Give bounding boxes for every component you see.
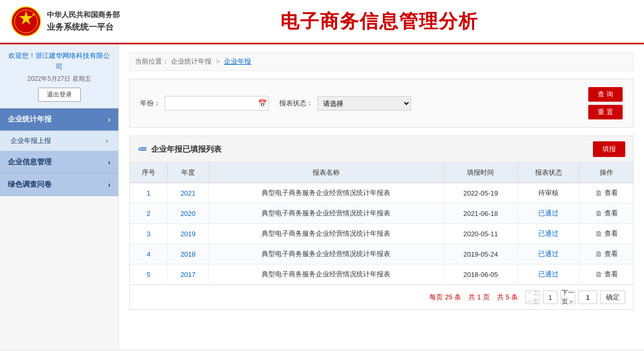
action-text: 查看	[604, 209, 618, 218]
per-page-text: 每页 25 条	[429, 293, 461, 302]
breadcrumb-separator: >	[216, 57, 221, 65]
logout-button[interactable]: 退出登录	[38, 88, 81, 102]
table-row: 1 2021 典型电子商务服务企业经营情况统计年报表 2022-05-19 待审…	[130, 183, 633, 203]
date-input-wrapper: 📅	[165, 96, 269, 111]
table-body: 1 2021 典型电子商务服务企业经营情况统计年报表 2022-05-19 待审…	[130, 183, 633, 285]
table-header: ≔ 企业年报已填报列表 填报	[130, 136, 633, 163]
total-items-text: 共 5 条	[497, 293, 518, 302]
org-line2: 业务系统统一平台	[47, 22, 120, 33]
content-area: 当前位置： 企业统计年报 > 企业年报 年份： 📅 报表状态： 请选择 待审核 …	[119, 44, 644, 349]
table-row: 2 2020 典型电子商务服务企业经营情况统计年报表 2021-06-18 已通…	[130, 203, 633, 224]
view-icon: 🗎	[595, 209, 602, 217]
sidebar-item-label: 企业统计年报	[8, 115, 52, 124]
chevron-right-icon: ›	[108, 180, 110, 189]
next-page-button[interactable]: 下一页＞	[561, 291, 575, 304]
action-text: 查看	[604, 249, 618, 259]
chevron-right-icon: ›	[108, 115, 110, 124]
cell-index: 5	[130, 264, 168, 285]
action-view[interactable]: 🗎 查看	[584, 188, 629, 198]
action-view[interactable]: 🗎 查看	[584, 249, 629, 259]
sidebar-subitem-label: 企业年报上报	[10, 136, 51, 146]
sidebar-item-annual-report[interactable]: 企业统计年报 ›	[0, 108, 118, 131]
calendar-icon[interactable]: 📅	[258, 99, 267, 107]
query-button[interactable]: 查 询	[588, 87, 623, 102]
breadcrumb-parent: 企业统计年报	[171, 57, 212, 65]
action-view[interactable]: 🗎 查看	[584, 270, 629, 279]
cell-action: 🗎 查看	[579, 203, 633, 224]
page-header: 中华人民共和国商务部 业务系统统一平台 电子商务信息管理分析	[0, 0, 644, 44]
sidebar-item-label: 绿色调查问卷	[8, 180, 52, 189]
prev-page-button[interactable]: ＜上一页	[525, 291, 540, 304]
year-input[interactable]	[165, 96, 269, 111]
cell-action: 🗎 查看	[579, 244, 633, 264]
col-index: 序号	[130, 163, 168, 183]
breadcrumb-prefix: 当前位置：	[135, 57, 169, 65]
cell-year: 2021	[168, 183, 208, 203]
org-text: 中华人民共和国商务部 业务系统统一平台	[47, 10, 120, 33]
action-view[interactable]: 🗎 查看	[584, 209, 629, 218]
action-view[interactable]: 🗎 查看	[584, 229, 629, 238]
status-label: 报表状态：	[279, 99, 313, 108]
view-icon: 🗎	[595, 270, 602, 279]
table-title-text: 企业年报已填报列表	[151, 144, 221, 154]
action-text: 查看	[604, 270, 618, 279]
col-date: 填报时间	[443, 163, 518, 183]
table-section: ≔ 企业年报已填报列表 填报 序号 年度 报表名称 填报时间 报表状态 操作	[129, 136, 634, 310]
cell-status: 已通过	[518, 264, 579, 285]
year-field: 年份： 📅	[140, 96, 269, 111]
logo-area: 中华人民共和国商务部 业务系统统一平台	[10, 6, 125, 37]
cell-index: 2	[130, 203, 168, 224]
view-icon: 🗎	[595, 250, 602, 258]
org-line1: 中华人民共和国商务部	[47, 10, 120, 20]
table-title: ≔ 企业年报已填报列表	[138, 143, 221, 155]
pagination: 每页 25 条 共 1 页 共 5 条 ＜上一页 1 下一页＞ 确定	[130, 285, 633, 309]
cell-name: 典型电子商务服务企业经营情况统计年报表	[208, 183, 443, 203]
table-head: 序号 年度 报表名称 填报时间 报表状态 操作	[130, 163, 633, 183]
cell-year: 2017	[168, 264, 208, 285]
date-text: 2022年5月27日 星期五	[5, 75, 113, 83]
reset-button[interactable]: 重 置	[588, 105, 623, 119]
sidebar-item-green-survey[interactable]: 绿色调查问卷 ›	[0, 174, 118, 196]
cell-year: 2018	[168, 244, 208, 264]
col-action: 操作	[579, 163, 633, 183]
col-year: 年度	[168, 163, 208, 183]
chevron-right-icon: ›	[108, 158, 110, 166]
sidebar-welcome: 欢迎您！浙江建华网络科技有限公司 2022年5月27日 星期五 退出登录	[0, 44, 118, 108]
col-status: 报表状态	[518, 163, 579, 183]
cell-year: 2019	[168, 224, 208, 244]
cell-name: 典型电子商务服务企业经营情况统计年报表	[208, 224, 443, 244]
sidebar-subitem-annual-submit[interactable]: 企业年报上报 ›	[0, 131, 118, 151]
view-icon: 🗎	[595, 229, 602, 238]
fill-button[interactable]: 填报	[593, 141, 625, 157]
emblem-icon	[10, 6, 42, 37]
action-text: 查看	[604, 229, 618, 238]
view-icon: 🗎	[595, 189, 602, 197]
cell-action: 🗎 查看	[579, 183, 633, 203]
total-pages-text: 共 1 页	[468, 293, 489, 302]
cell-date: 2021-06-18	[443, 203, 518, 224]
status-field: 报表状态： 请选择 待审核 已通过 未通过	[279, 96, 411, 111]
cell-index: 4	[130, 244, 168, 264]
page-title: 电子商务信息管理分析	[125, 9, 634, 34]
breadcrumb-current[interactable]: 企业年报	[224, 57, 251, 65]
cell-index: 1	[130, 183, 168, 203]
list-icon: ≔	[138, 143, 147, 155]
cell-status: 已通过	[518, 203, 579, 224]
sidebar-item-label: 企业信息管理	[8, 158, 52, 167]
search-bar: 年份： 📅 报表状态： 请选择 待审核 已通过 未通过 查 询 重 置	[129, 79, 634, 128]
table-row: 3 2019 典型电子商务服务企业经营情况统计年报表 2020-05-11 已通…	[130, 224, 633, 244]
cell-date: 2020-05-11	[443, 224, 518, 244]
chevron-right-icon: ›	[106, 137, 108, 144]
page-jump-input[interactable]	[578, 291, 597, 304]
search-buttons: 查 询 重 置	[588, 87, 623, 119]
sidebar-item-company-info[interactable]: 企业信息管理 ›	[0, 151, 118, 174]
status-select[interactable]: 请选择 待审核 已通过 未通过	[317, 96, 411, 111]
cell-name: 典型电子商务服务企业经营情况统计年报表	[208, 244, 443, 264]
current-page: 1	[543, 291, 558, 304]
col-name: 报表名称	[208, 163, 443, 183]
main-layout: 欢迎您！浙江建华网络科技有限公司 2022年5月27日 星期五 退出登录 企业统…	[0, 44, 644, 349]
sidebar: 欢迎您！浙江建华网络科技有限公司 2022年5月27日 星期五 退出登录 企业统…	[0, 44, 119, 349]
page-confirm-button[interactable]: 确定	[600, 291, 625, 304]
data-table: 序号 年度 报表名称 填报时间 报表状态 操作 1 2021 典型电子商务服务企…	[130, 163, 633, 285]
sidebar-menu: 企业统计年报 › 企业年报上报 › 企业信息管理 › 绿色调查问卷 ›	[0, 108, 118, 196]
